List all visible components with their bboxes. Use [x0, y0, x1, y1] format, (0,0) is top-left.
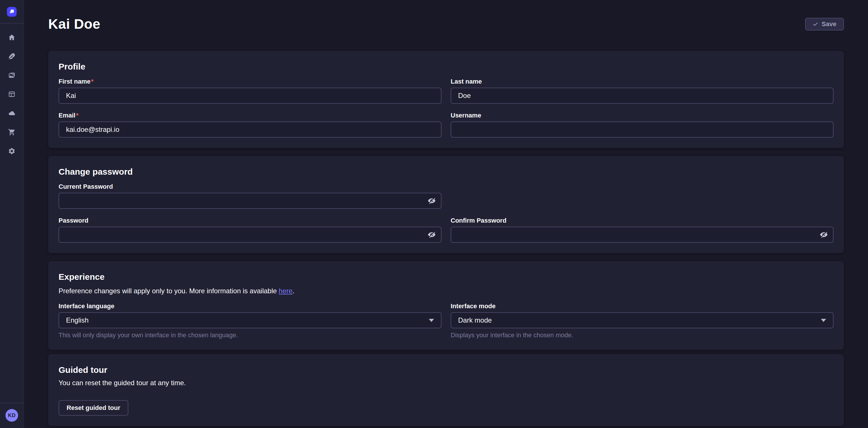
sidebar-item-deploy[interactable] — [5, 107, 18, 119]
last-name-label: Last name — [451, 78, 834, 85]
chevron-down-icon — [821, 319, 826, 322]
home-icon — [8, 34, 16, 41]
confirm-password-label: Confirm Password — [451, 217, 834, 224]
experience-form: Interface language English This will onl… — [59, 303, 834, 339]
password-label: Password — [59, 217, 441, 224]
change-password-card: Change password Current Password — [48, 156, 844, 253]
feather-icon — [8, 53, 16, 60]
interface-language-hint: This will only display your own interfac… — [59, 331, 441, 339]
email-input[interactable] — [59, 121, 441, 138]
required-marker: * — [76, 112, 79, 119]
page-title: Kai Doe — [48, 16, 100, 32]
layout-icon — [8, 90, 16, 98]
interface-mode-field-group: Interface mode Dark mode Displays your i… — [451, 303, 834, 339]
guided-tour-description: You can reset the guided tour at any tim… — [59, 378, 834, 388]
images-icon — [8, 72, 16, 79]
confirm-password-input[interactable] — [451, 227, 834, 243]
save-button[interactable]: Save — [805, 18, 844, 30]
first-name-input[interactable] — [59, 88, 441, 104]
email-label: Email* — [59, 112, 441, 119]
save-button-label: Save — [822, 20, 836, 28]
chevron-down-icon — [429, 319, 434, 322]
username-input[interactable] — [451, 121, 834, 138]
strapi-logo[interactable] — [7, 7, 17, 17]
sidebar-item-media-library[interactable] — [5, 69, 18, 82]
interface-language-select[interactable]: English — [59, 312, 441, 328]
settings-cards: Profile First name* Last name Email* — [48, 51, 844, 426]
strapi-logo-icon — [8, 8, 16, 16]
profile-heading: Profile — [59, 61, 834, 72]
page-header: Kai Doe Save — [48, 16, 844, 32]
guided-tour-heading: Guided tour — [59, 365, 834, 375]
sidebar-item-marketplace[interactable] — [5, 126, 18, 139]
user-avatar[interactable]: KD — [5, 409, 18, 422]
password-field-group: Password — [59, 217, 441, 243]
strapi-admin-app: KD Kai Doe Save Profile First name* — [0, 0, 868, 428]
gear-icon — [8, 147, 16, 155]
eye-off-icon — [428, 231, 436, 239]
interface-mode-label: Interface mode — [451, 303, 834, 310]
password-input-wrap — [59, 227, 441, 243]
more-information-link[interactable]: here — [279, 287, 292, 295]
confirm-password-field-group: Confirm Password — [451, 217, 834, 243]
first-name-field-group: First name* — [59, 78, 441, 104]
current-password-field-group: Current Password — [59, 183, 441, 209]
current-password-input[interactable] — [59, 193, 441, 209]
sidebar-item-home[interactable] — [5, 31, 18, 44]
interface-language-field-group: Interface language English This will onl… — [59, 303, 441, 339]
interface-language-value: English — [66, 316, 89, 324]
profile-form: First name* Last name Email* Username — [59, 78, 834, 138]
cloud-icon — [8, 109, 16, 117]
reset-guided-tour-button[interactable]: Reset guided tour — [59, 400, 128, 416]
username-label: Username — [451, 112, 834, 119]
current-password-label: Current Password — [59, 183, 441, 191]
email-field-group: Email* — [59, 112, 441, 138]
experience-description: Preference changes will apply only to yo… — [59, 286, 834, 295]
toggle-current-password-visibility-button[interactable] — [427, 196, 436, 205]
required-marker: * — [91, 78, 94, 85]
eye-off-icon — [820, 231, 828, 239]
password-input[interactable] — [59, 227, 441, 243]
username-field-group: Username — [451, 112, 834, 138]
cart-icon — [8, 129, 16, 136]
sidebar-footer: KD — [0, 403, 24, 428]
change-password-form: Current Password — [59, 183, 834, 243]
eye-off-icon — [428, 197, 436, 205]
sidebar-nav — [5, 24, 18, 403]
interface-mode-value: Dark mode — [458, 316, 492, 324]
toggle-password-visibility-button[interactable] — [427, 230, 436, 239]
interface-language-label: Interface language — [59, 303, 441, 310]
sidebar-item-content-type-builder[interactable] — [5, 88, 18, 101]
change-password-heading: Change password — [59, 166, 834, 177]
experience-heading: Experience — [59, 272, 834, 282]
sidebar-item-settings[interactable] — [5, 145, 18, 158]
interface-mode-select[interactable]: Dark mode — [451, 312, 834, 328]
check-icon — [813, 21, 818, 27]
guided-tour-card: Guided tour You can reset the guided tou… — [48, 354, 844, 426]
empty-grid-cell — [451, 183, 834, 209]
main-content: Kai Doe Save Profile First name* Las — [24, 0, 868, 428]
profile-card: Profile First name* Last name Email* — [48, 51, 844, 148]
first-name-label: First name* — [59, 78, 441, 85]
last-name-input[interactable] — [451, 88, 834, 104]
confirm-password-input-wrap — [451, 227, 834, 243]
current-password-input-wrap — [59, 193, 441, 209]
last-name-field-group: Last name — [451, 78, 834, 104]
toggle-confirm-password-visibility-button[interactable] — [819, 230, 828, 239]
experience-card: Experience Preference changes will apply… — [48, 261, 844, 349]
main-navigation-sidebar: KD — [0, 0, 24, 428]
interface-mode-hint: Displays your interface in the chosen mo… — [451, 331, 834, 339]
sidebar-item-content-manager[interactable] — [5, 50, 18, 63]
